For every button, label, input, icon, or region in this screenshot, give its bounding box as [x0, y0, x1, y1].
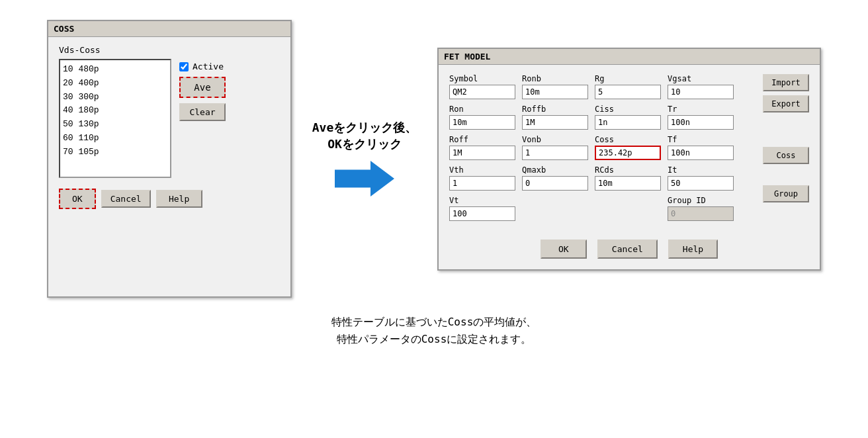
- vonb-group: Vonb: [522, 135, 588, 160]
- rg-group: Rg: [595, 74, 661, 99]
- vt-group: Vt: [449, 196, 515, 221]
- list-item: 60 110p: [63, 132, 167, 146]
- coss-dialog-body: Vds-Coss 10 480p 20 400p 30 300p 40 180p…: [48, 37, 290, 220]
- rcds-label: RCds: [595, 165, 661, 175]
- svg-marker-0: [335, 161, 394, 197]
- tr-group: Tr: [668, 105, 734, 130]
- fet-dialog-title: FET MODEL: [439, 49, 820, 65]
- list-item: 30 300p: [63, 91, 167, 105]
- active-checkbox[interactable]: [179, 62, 189, 71]
- coss-ok-button[interactable]: OK: [59, 189, 96, 209]
- list-item: 10 480p: [63, 63, 167, 77]
- fet-main-grid: Symbol Ronb Rg: [449, 74, 809, 226]
- coss-field-label: Coss: [595, 135, 661, 144]
- symbol-input[interactable]: [449, 85, 515, 99]
- qmaxb-group: Qmaxb: [522, 165, 588, 191]
- side-buttons: Import Export Coss Group: [763, 74, 809, 202]
- roff-group: Roff: [449, 135, 515, 160]
- row2: Ron Roffb Ciss: [449, 105, 758, 130]
- rcds-group: RCds: [595, 165, 661, 191]
- vonb-label: Vonb: [522, 135, 588, 144]
- arrow-icon: [335, 159, 394, 198]
- list-item: 20 400p: [63, 77, 167, 91]
- rcds-input[interactable]: [595, 176, 661, 191]
- coss-field-input[interactable]: [595, 146, 661, 160]
- active-label: Active: [193, 62, 224, 71]
- vth-input[interactable]: [449, 176, 515, 191]
- group-button[interactable]: Group: [763, 185, 809, 202]
- instruction-text: Aveをクリック後、 OKをクリック: [312, 119, 417, 152]
- vonb-input[interactable]: [522, 146, 588, 160]
- coss-dialog-title: COSS: [48, 21, 290, 37]
- vgsat-group: Vgsat: [668, 74, 734, 99]
- roff-input[interactable]: [449, 146, 515, 160]
- fet-ok-button[interactable]: OK: [541, 240, 587, 259]
- vth-group: Vth: [449, 165, 515, 191]
- ron-input[interactable]: [449, 115, 515, 130]
- roffb-input[interactable]: [522, 115, 588, 130]
- instruction-box: Aveをクリック後、 OKをクリック: [305, 119, 424, 198]
- list-item: 70 105p: [63, 146, 167, 159]
- rg-input[interactable]: [595, 85, 661, 99]
- coss-cancel-button[interactable]: Cancel: [101, 190, 151, 208]
- fet-cancel-button[interactable]: Cancel: [597, 240, 658, 259]
- fet-dialog: FET MODEL Symbol Ronb: [437, 48, 821, 271]
- vds-coss-listbox[interactable]: 10 480p 20 400p 30 300p 40 180p 50 130p …: [59, 59, 171, 178]
- bottom-text-line1: 特性テーブルに基づいたCossの平均値が、: [331, 314, 537, 331]
- row1: Symbol Ronb Rg: [449, 74, 758, 99]
- ron-label: Ron: [449, 105, 515, 114]
- right-controls: Active Ave Clear: [179, 59, 226, 178]
- group-id-group: Group ID: [668, 196, 734, 221]
- fields-area: Symbol Ronb Rg: [449, 74, 758, 226]
- it-group: It: [668, 165, 734, 191]
- vds-coss-label: Vds-Coss: [59, 45, 280, 55]
- coss-side-button[interactable]: Coss: [763, 147, 809, 164]
- fet-help-button[interactable]: Help: [668, 240, 718, 259]
- import-button[interactable]: Import: [763, 74, 809, 91]
- it-label: It: [668, 165, 734, 175]
- bottom-text-line2: 特性パラメータのCossに設定されます。: [331, 331, 537, 348]
- vt-input[interactable]: [449, 206, 515, 221]
- qmaxb-input[interactable]: [522, 176, 588, 191]
- top-row: COSS Vds-Coss 10 480p 20 400p 30 300p 40…: [0, 0, 868, 298]
- bottom-description: 特性テーブルに基づいたCossの平均値が、 特性パラメータのCossに設定されま…: [331, 314, 537, 347]
- ron-group: Ron: [449, 105, 515, 130]
- vth-label: Vth: [449, 165, 515, 175]
- row5: Vt Group ID: [449, 196, 758, 221]
- ronb-group: Ronb: [522, 74, 588, 99]
- tf-label: Tf: [668, 135, 734, 144]
- tf-input[interactable]: [668, 146, 734, 160]
- ronb-label: Ronb: [522, 74, 588, 83]
- vgsat-input[interactable]: [668, 85, 734, 99]
- symbol-group: Symbol: [449, 74, 515, 99]
- export-button[interactable]: Export: [763, 95, 809, 112]
- symbol-label: Symbol: [449, 74, 515, 83]
- coss-dialog: COSS Vds-Coss 10 480p 20 400p 30 300p 40…: [47, 20, 292, 298]
- roffb-group: Roffb: [522, 105, 588, 130]
- ciss-group: Ciss: [595, 105, 661, 130]
- list-item: 50 130p: [63, 118, 167, 132]
- coss-bottom-buttons: OK Cancel Help: [59, 189, 280, 209]
- tf-group: Tf: [668, 135, 734, 160]
- qmaxb-label: Qmaxb: [522, 165, 588, 175]
- it-input[interactable]: [668, 176, 734, 191]
- clear-button[interactable]: Clear: [179, 103, 226, 121]
- ciss-input[interactable]: [595, 115, 661, 130]
- row3: Roff Vonb Coss: [449, 135, 758, 160]
- tr-label: Tr: [668, 105, 734, 114]
- fet-body: Symbol Ronb Rg: [439, 65, 820, 269]
- roffb-label: Roffb: [522, 105, 588, 114]
- coss-content: 10 480p 20 400p 30 300p 40 180p 50 130p …: [59, 59, 280, 178]
- ciss-label: Ciss: [595, 105, 661, 114]
- group-id-label: Group ID: [668, 196, 734, 205]
- group-id-input[interactable]: [668, 206, 734, 221]
- coss-field-group: Coss: [595, 135, 661, 160]
- fet-bottom-buttons: OK Cancel Help: [449, 234, 809, 259]
- tr-input[interactable]: [668, 115, 734, 130]
- ronb-input[interactable]: [522, 85, 588, 99]
- ave-button[interactable]: Ave: [179, 77, 226, 98]
- coss-help-button[interactable]: Help: [156, 190, 202, 208]
- active-checkbox-row: Active: [179, 62, 226, 71]
- rg-label: Rg: [595, 74, 661, 83]
- vgsat-label: Vgsat: [668, 74, 734, 83]
